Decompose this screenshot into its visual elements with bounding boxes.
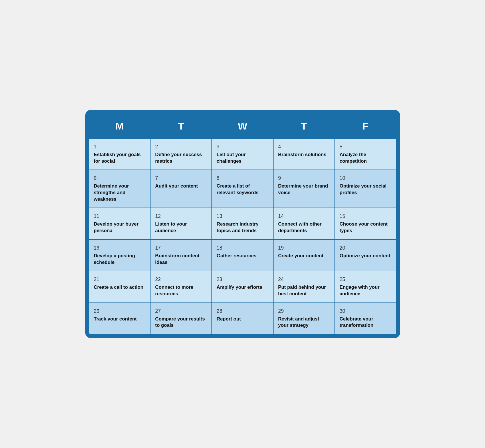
cell-text-18: Gather resources [217,253,256,258]
cell-9: 9Determine your brand voice [273,170,335,208]
cell-text-27: Compare your results to goals [155,316,205,328]
cell-text-10: Optimize your social profiles [340,183,387,195]
header-col-t-3: T [273,114,335,138]
cell-21: 21Create a call to action [89,271,151,302]
cell-13: 13Research industry topics and trends [212,208,273,239]
data-row-1: 1Establish your goals for social2Define … [89,138,396,170]
cell-number-14: 14 [278,213,330,219]
cell-text-25: Engage with your audience [340,284,380,296]
cell-number-12: 12 [155,213,207,219]
cell-26: 26Track your content [89,303,151,334]
cell-text-20: Optimize your content [340,253,390,258]
cell-number-7: 7 [155,175,207,181]
cell-text-12: Listen to your audience [155,221,187,233]
cell-text-11: Develop your buyer persona [94,221,139,233]
cell-number-18: 18 [217,245,268,251]
cell-number-19: 19 [278,245,330,251]
header-col-w-2: W [212,114,273,138]
header-row: MTWTF [89,114,396,138]
cell-number-5: 5 [340,144,391,150]
cell-number-8: 8 [217,175,268,181]
cell-number-11: 11 [94,213,146,219]
cell-number-21: 21 [94,276,146,282]
cell-8: 8Create a list of relevant keywords [212,170,273,208]
cell-number-16: 16 [94,245,146,251]
cell-text-24: Put paid behind your best content [278,284,326,296]
cell-22: 22Connect to more resources [150,271,212,302]
cell-text-19: Create your content [278,253,324,258]
cell-7: 7Audit your content [150,170,212,208]
cell-17: 17Brainstorm content ideas [150,240,212,271]
data-row-2: 6Determine your strengths and weakness7A… [89,170,396,208]
cell-number-2: 2 [155,144,207,150]
cell-16: 16Develop a posting schedule [89,240,151,271]
table-body: 1Establish your goals for social2Define … [89,138,396,334]
cell-number-29: 29 [278,308,330,314]
cell-text-5: Analyze the competition [340,152,367,164]
cell-5: 5Analyze the competition [335,138,396,170]
cell-number-6: 6 [94,175,146,181]
cell-text-2: Define your success metrics [155,152,202,164]
data-row-6: 26Track your content27Compare your resul… [89,303,396,334]
cell-text-13: Research industry topics and trends [217,221,258,233]
cell-text-23: Amplify your efforts [217,284,262,290]
cell-number-1: 1 [94,144,146,150]
cell-text-21: Create a call to action [94,284,143,290]
cell-12: 12Listen to your audience [150,208,212,239]
cell-text-29: Revisit and adjust your strategy [278,316,319,328]
cell-text-4: Brainstorm solutions [278,152,326,157]
cell-number-24: 24 [278,276,330,282]
data-row-4: 16Develop a posting schedule17Brainstorm… [89,240,396,271]
cell-text-26: Track your content [94,316,137,322]
header-col-t-1: T [150,114,212,138]
cell-number-27: 27 [155,308,207,314]
calendar-wrapper: MTWTF 1Establish your goals for social2D… [85,110,400,338]
cell-15: 15Choose your content types [335,208,396,239]
calendar-table: MTWTF 1Establish your goals for social2D… [89,114,397,334]
cell-text-8: Create a list of relevant keywords [217,183,258,195]
cell-text-3: List out your challenges [217,152,246,164]
cell-text-30: Celebrate your transformation [340,316,373,328]
cell-number-25: 25 [340,276,391,282]
cell-2: 2Define your success metrics [150,138,212,170]
cell-text-17: Brainstorm content ideas [155,253,199,265]
cell-14: 14Connect with other departments [273,208,335,239]
cell-number-22: 22 [155,276,207,282]
cell-1: 1Establish your goals for social [89,138,151,170]
cell-text-15: Choose your content types [340,221,388,233]
cell-25: 25Engage with your audience [335,271,396,302]
cell-number-3: 3 [217,144,268,150]
data-row-3: 11Develop your buyer persona12Listen to … [89,208,396,239]
cell-text-14: Connect with other departments [278,221,322,233]
cell-number-10: 10 [340,175,391,181]
cell-4: 4Brainstorm solutions [273,138,335,170]
cell-text-16: Develop a posting schedule [94,253,135,265]
cell-29: 29Revisit and adjust your strategy [273,303,335,334]
cell-28: 28Report out [212,303,273,334]
cell-3: 3List out your challenges [212,138,273,170]
data-row-5: 21Create a call to action22Connect to mo… [89,271,396,302]
cell-number-17: 17 [155,245,207,251]
cell-20: 20Optimize your content [335,240,396,271]
header-col-f-4: F [335,114,396,138]
cell-text-1: Establish your goals for social [94,152,141,164]
cell-text-22: Connect to more resources [155,284,193,296]
cell-text-7: Audit your content [155,183,198,189]
cell-6: 6Determine your strengths and weakness [89,170,151,208]
cell-number-4: 4 [278,144,330,150]
cell-text-6: Determine your strengths and weakness [94,183,129,202]
cell-text-28: Report out [217,316,241,322]
cell-number-15: 15 [340,213,391,219]
cell-number-26: 26 [94,308,146,314]
header-col-m-0: M [89,114,151,138]
cell-18: 18Gather resources [212,240,273,271]
cell-11: 11Develop your buyer persona [89,208,151,239]
cell-10: 10Optimize your social profiles [335,170,396,208]
cell-23: 23Amplify your efforts [212,271,273,302]
cell-30: 30Celebrate your transformation [335,303,396,334]
cell-number-23: 23 [217,276,268,282]
cell-number-13: 13 [217,213,268,219]
cell-number-9: 9 [278,175,330,181]
cell-number-20: 20 [340,245,391,251]
cell-text-9: Determine your brand voice [278,183,328,195]
